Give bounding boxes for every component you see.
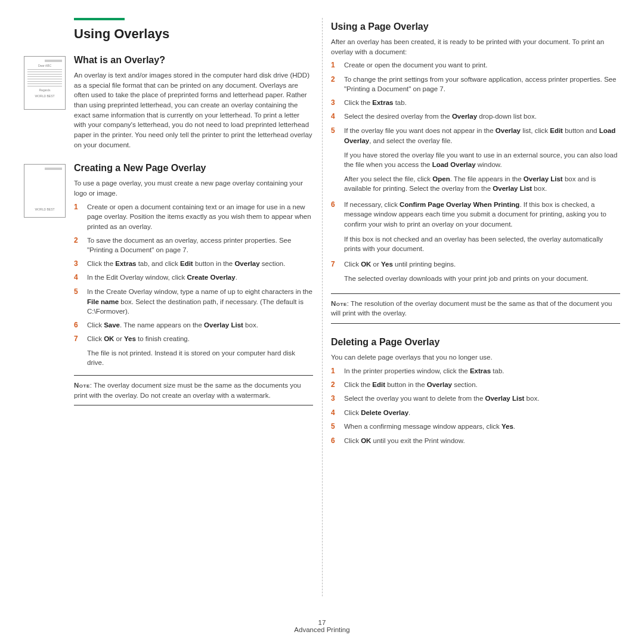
creating-intro: To use a page overlay, you must create a… bbox=[74, 178, 313, 198]
overlay-template-icon: WORLD BEST bbox=[24, 164, 66, 218]
note-using: Note: The resolution of the overlay docu… bbox=[331, 293, 620, 324]
using-intro: After an overlay has been created, it is… bbox=[331, 37, 620, 57]
using-steps: 1Create or open the document you want to… bbox=[331, 60, 620, 286]
letterhead-icon: Dear ABC Regards WORLD BEST bbox=[24, 56, 66, 110]
creating-after: The file is not printed. Instead it is s… bbox=[87, 348, 313, 368]
page-number: 17 bbox=[0, 619, 644, 626]
section-heading-what-is: What is an Overlay? bbox=[74, 55, 313, 66]
section-heading-deleting: Deleting a Page Overlay bbox=[331, 337, 620, 348]
footer-section-name: Advanced Printing bbox=[0, 626, 644, 633]
accent-bar bbox=[74, 18, 125, 20]
page-title: Using Overlays bbox=[74, 26, 313, 42]
column-divider bbox=[322, 18, 323, 596]
deleting-steps: 1In the printer properties window, click… bbox=[331, 366, 620, 446]
creating-steps: 1Create or open a document containing te… bbox=[74, 202, 313, 345]
deleting-intro: You can delete page overlays that you no… bbox=[331, 352, 620, 363]
overlay-description: An overlay is text and/or images stored … bbox=[74, 70, 313, 150]
note-creating: Note: The overlay document size must be … bbox=[74, 375, 313, 405]
section-heading-creating: Creating a New Page Overlay bbox=[74, 163, 313, 174]
section-heading-using: Using a Page Overlay bbox=[331, 21, 620, 32]
page-footer: 17 Advanced Printing bbox=[0, 619, 644, 633]
